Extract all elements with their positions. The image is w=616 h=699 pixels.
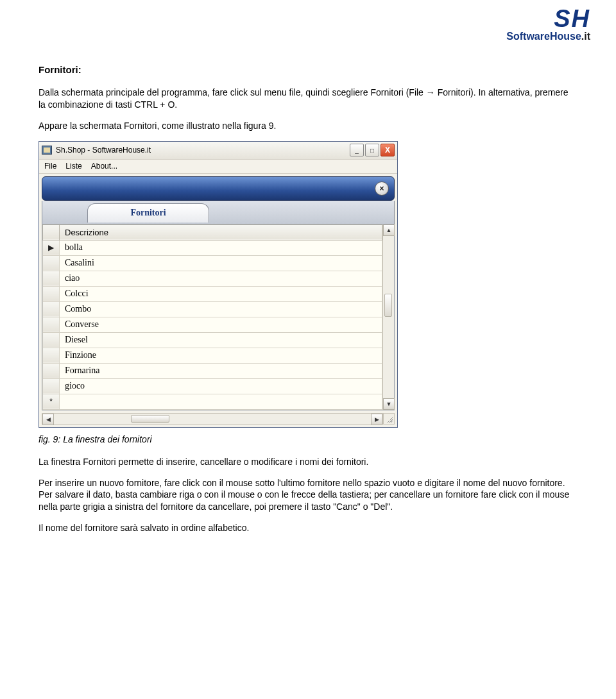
column-header-rowselector[interactable] [43, 224, 60, 240]
paragraph-3: La finestra Fornitori permette di inseri… [38, 456, 578, 468]
table-row-new[interactable]: * [43, 394, 382, 409]
menu-file[interactable]: File [44, 162, 56, 171]
cell-value[interactable]: gioco [60, 378, 382, 394]
figure-caption: fig. 9: La finestra dei fornitori [38, 434, 578, 444]
cell-value[interactable]: bolla [60, 240, 382, 255]
row-marker[interactable]: ▶ [43, 240, 60, 255]
cell-value[interactable]: Fornarina [60, 363, 382, 378]
row-marker[interactable] [43, 363, 60, 378]
window-titlebar[interactable]: Sh.Shop - SoftwareHouse.it _ □ X [39, 142, 397, 160]
paragraph-5: Il nome del fornitore sarà salvato in or… [38, 522, 578, 534]
logo-sub-left: Software [506, 31, 550, 42]
table-row[interactable]: ciao [43, 271, 382, 286]
table-row[interactable]: Casalini [43, 255, 382, 271]
cell-value[interactable]: Colcci [60, 286, 382, 301]
cell-value[interactable] [60, 394, 382, 409]
horizontal-scrollbar[interactable]: ◀ ▶ [42, 413, 383, 425]
scroll-up-icon[interactable]: ▲ [383, 224, 395, 236]
row-marker[interactable]: * [43, 394, 60, 409]
scroll-left-icon[interactable]: ◀ [42, 414, 54, 425]
scroll-right-icon[interactable]: ▶ [371, 414, 382, 425]
paragraph-1: Dalla schermata principale del programma… [38, 87, 578, 111]
window-title: Sh.Shop - SoftwareHouse.it [56, 146, 350, 155]
cell-value[interactable]: ciao [60, 271, 382, 286]
hscroll-track[interactable] [54, 414, 371, 424]
section-heading: Fornitori: [38, 64, 578, 75]
logo-sub: SoftwareHouse.it [506, 31, 590, 42]
table-row[interactable]: Fornarina [43, 363, 382, 378]
table-row[interactable]: Combo [43, 301, 382, 317]
cell-value[interactable]: Diesel [60, 332, 382, 348]
logo-sub-right: ouse [557, 31, 581, 42]
row-marker[interactable] [43, 378, 60, 394]
table-row[interactable]: Diesel [43, 332, 382, 348]
logo-top: SH [506, 6, 590, 31]
paragraph-4: Per inserire un nuovo fornitore, fare cl… [38, 477, 578, 514]
row-marker[interactable] [43, 317, 60, 332]
data-grid[interactable]: Descrizione ▶bolla Casalini ciao Colcci … [42, 224, 395, 410]
toolbar-close-icon[interactable]: × [375, 181, 389, 196]
toolbar: × [42, 176, 395, 201]
table-row[interactable]: Converse [43, 317, 382, 332]
logo-sub-mid: H [550, 31, 558, 42]
hscroll-thumb[interactable] [131, 415, 169, 423]
cell-value[interactable]: Converse [60, 317, 382, 332]
vscroll-thumb[interactable] [384, 294, 392, 317]
scroll-down-icon[interactable]: ▼ [383, 398, 395, 410]
cell-value[interactable]: Casalini [60, 255, 382, 271]
row-marker[interactable] [43, 301, 60, 317]
cell-value[interactable]: Finzione [60, 348, 382, 363]
menu-liste[interactable]: Liste [65, 162, 81, 171]
maximize-button[interactable]: □ [365, 144, 379, 156]
tab-fornitori[interactable]: Fornitori [87, 203, 209, 223]
tab-bar: Fornitori [42, 201, 395, 224]
table-row[interactable]: Finzione [43, 348, 382, 363]
cell-value[interactable]: Combo [60, 301, 382, 317]
menu-bar: File Liste About... [39, 160, 397, 174]
screenshot-window: Sh.Shop - SoftwareHouse.it _ □ X File Li… [38, 141, 578, 428]
brand-logo: SH SoftwareHouse.it [506, 6, 590, 42]
vertical-scrollbar[interactable]: ▲ ▼ [382, 224, 394, 410]
row-marker[interactable] [43, 271, 60, 286]
vscroll-track[interactable] [383, 236, 394, 398]
resize-grip-icon[interactable] [383, 413, 395, 425]
close-button[interactable]: X [381, 144, 395, 156]
table-row[interactable]: gioco [43, 378, 382, 394]
app-icon [42, 146, 52, 155]
logo-sub-ext: .it [581, 31, 590, 42]
row-marker[interactable] [43, 348, 60, 363]
row-marker[interactable] [43, 286, 60, 301]
menu-about[interactable]: About... [91, 162, 117, 171]
column-header-descrizione[interactable]: Descrizione [60, 224, 382, 240]
row-marker[interactable] [43, 255, 60, 271]
table-row[interactable]: ▶bolla [43, 240, 382, 255]
row-marker[interactable] [43, 332, 60, 348]
paragraph-2: Appare la schermata Fornitori, come illu… [38, 120, 578, 132]
minimize-button[interactable]: _ [350, 144, 364, 156]
table-row[interactable]: Colcci [43, 286, 382, 301]
